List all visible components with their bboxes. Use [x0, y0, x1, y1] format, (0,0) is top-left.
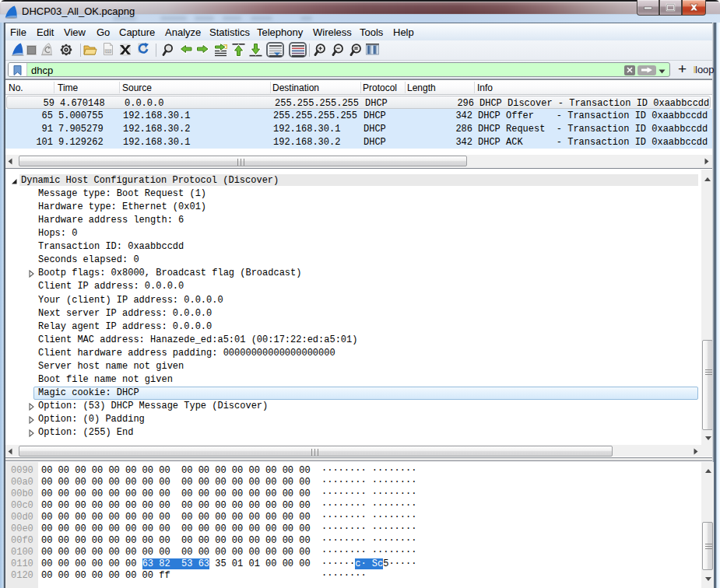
svg-text:010: 010 — [105, 50, 111, 54]
